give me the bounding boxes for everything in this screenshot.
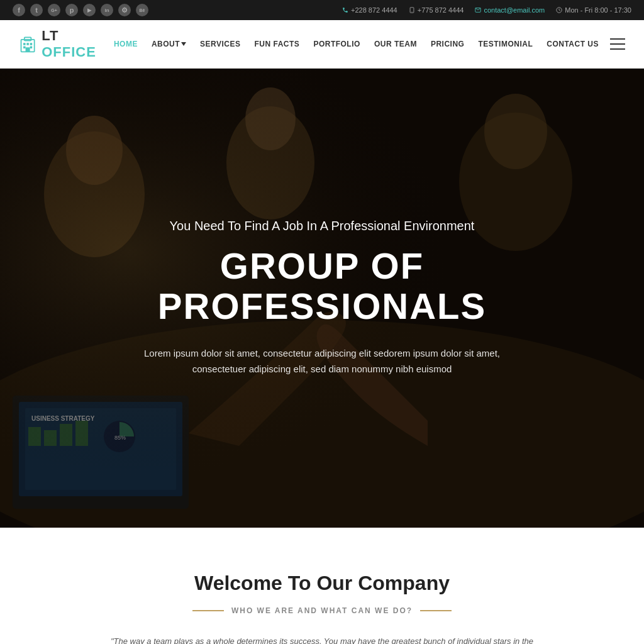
hero-title: GROUP OF PROFESSIONALS	[89, 246, 555, 326]
nav-services[interactable]: SERVICES	[195, 37, 245, 51]
welcome-title: Welcome To Our Company	[25, 572, 619, 595]
settings-icon[interactable]: ⚙	[118, 4, 131, 16]
svg-point-1	[411, 11, 412, 12]
chevron-down-icon	[181, 42, 186, 46]
header: LT OFFICE HOME ABOUT SERVICES FUN FACTS …	[0, 20, 644, 69]
nav-contact-us[interactable]: CONTACT US	[541, 37, 604, 51]
hero-content: You Need To Find A Job In A Professional…	[64, 219, 580, 377]
welcome-quote: "The way a team plays as a whole determi…	[102, 634, 542, 644]
nav-pricing[interactable]: PRICING	[426, 37, 470, 51]
main-nav: HOME ABOUT SERVICES FUN FACTS PORTFOLIO …	[109, 37, 625, 51]
hero-description: Lorem ipsum dolor sit amet, consectetur …	[89, 345, 555, 377]
svg-rect-8	[23, 47, 26, 49]
nav-portfolio[interactable]: PORTFOLIO	[308, 37, 365, 51]
welcome-line-left	[192, 610, 224, 611]
hero-subtitle: You Need To Find A Job In A Professional…	[89, 219, 555, 233]
email-contact: contact@email.com	[475, 6, 545, 14]
nav-fun-facts[interactable]: FUN FACTS	[250, 37, 305, 51]
nav-our-team[interactable]: OUR TEAM	[369, 37, 422, 51]
phone2: +775 872 4444	[409, 6, 464, 14]
pinterest-icon[interactable]: p	[65, 4, 78, 16]
welcome-subtitle: WHO WE ARE AND WHAT CAN WE DO?	[231, 606, 413, 615]
svg-rect-7	[30, 43, 33, 45]
nav-home[interactable]: HOME	[109, 37, 143, 51]
nav-testimonial[interactable]: TESTIMONIAL	[473, 37, 538, 51]
contact-info: +228 872 4444 +775 872 4444 contact@emai…	[342, 6, 631, 14]
hamburger-menu[interactable]	[610, 38, 625, 50]
welcome-line-right	[420, 610, 452, 611]
hero-section: USINESS STRATEGY 85% You Need To Find A …	[0, 69, 644, 528]
logo-building-icon	[19, 34, 36, 54]
hours: Mon - Fri 8:00 - 17:30	[556, 6, 631, 14]
welcome-section: Welcome To Our Company WHO WE ARE AND WH…	[0, 528, 644, 644]
logo-text: LT OFFICE	[42, 28, 109, 60]
linkedin-icon[interactable]: in	[101, 4, 113, 16]
svg-rect-0	[410, 8, 414, 13]
social-links: f t G+ p ▶ in ⚙ Bē	[13, 4, 148, 16]
svg-rect-6	[26, 43, 29, 45]
google-plus-icon[interactable]: G+	[48, 4, 60, 16]
svg-rect-5	[23, 43, 26, 45]
behance-icon[interactable]: Bē	[136, 4, 148, 16]
svg-rect-9	[30, 47, 33, 49]
phone1: +228 872 4444	[342, 6, 397, 14]
youtube-icon[interactable]: ▶	[83, 4, 96, 16]
logo[interactable]: LT OFFICE	[19, 28, 109, 60]
facebook-icon[interactable]: f	[13, 4, 25, 16]
top-bar: f t G+ p ▶ in ⚙ Bē +228 872 4444 +775 87…	[0, 0, 644, 20]
svg-rect-10	[26, 47, 30, 52]
nav-about[interactable]: ABOUT	[147, 37, 191, 51]
welcome-subtitle-row: WHO WE ARE AND WHAT CAN WE DO?	[25, 606, 619, 615]
twitter-icon[interactable]: t	[30, 4, 43, 16]
